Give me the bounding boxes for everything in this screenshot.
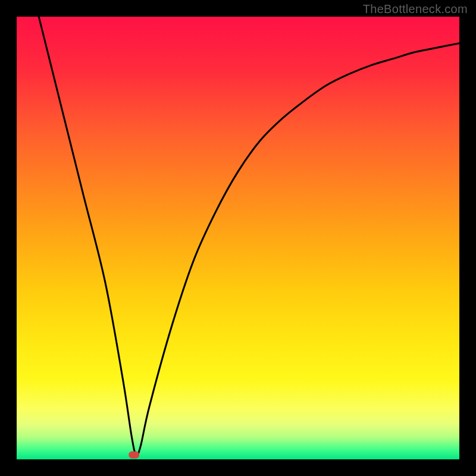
minimum-marker [129, 452, 139, 459]
gradient-background [17, 17, 459, 459]
chart-plot-area [17, 17, 459, 459]
svg-rect-0 [129, 452, 139, 459]
watermark-text: TheBottleneck.com [363, 2, 468, 16]
chart-svg [17, 17, 459, 459]
chart-frame: TheBottleneck.com [0, 0, 476, 476]
